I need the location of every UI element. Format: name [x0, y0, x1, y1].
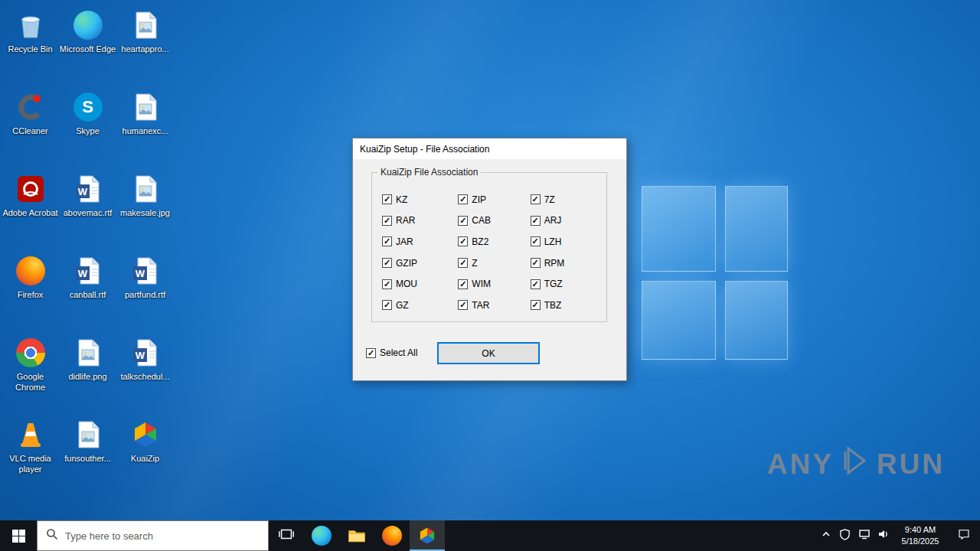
checkbox-mou[interactable]: ✓MOU: [382, 273, 458, 295]
checkbox-box-icon: ✓: [531, 216, 541, 226]
desktop-icon-talkschedul[interactable]: Wtalkschedul...: [116, 331, 174, 413]
dialog-title: KuaiZip Setup - File Association: [360, 144, 489, 155]
desktop-icon-firefox[interactable]: Firefox: [2, 249, 59, 331]
network-button[interactable]: [854, 520, 874, 551]
checkbox-lzh[interactable]: ✓LZH: [531, 231, 606, 253]
checkbox-box-icon: ✓: [458, 236, 468, 246]
checkbox-label: LZH: [544, 236, 562, 247]
checkbox-kz[interactable]: ✓KZ: [382, 189, 458, 210]
volume-button[interactable]: [874, 520, 893, 551]
speaker-icon: [877, 528, 890, 543]
search-icon: [46, 528, 58, 543]
checkbox-rar[interactable]: ✓RAR: [382, 210, 458, 232]
checkbox-bz2[interactable]: ✓BZ2: [458, 231, 530, 253]
taskbar-search[interactable]: Type here to search: [37, 520, 269, 551]
skype-icon: S: [72, 91, 104, 123]
action-center-button[interactable]: [948, 520, 980, 551]
file-association-groupbox: KuaiZip File Association ✓KZ✓RAR✓JAR✓GZI…: [371, 172, 607, 322]
checkbox-label: RPM: [544, 258, 565, 269]
checkbox-gzip[interactable]: ✓GZIP: [382, 253, 458, 274]
task-view-button[interactable]: [269, 520, 304, 551]
desktop-icon-recycle-bin[interactable]: Recycle Bin: [2, 4, 59, 86]
taskbar-kuaizip-button[interactable]: [410, 520, 445, 551]
desktop-icon-google-chrome[interactable]: Google Chrome: [2, 331, 59, 413]
desktop-icon-label: Adobe Acrobat: [2, 208, 57, 219]
checkbox-label: ARJ: [544, 215, 562, 226]
checkbox-wim[interactable]: ✓WIM: [458, 273, 530, 295]
desktop-icon-ccleaner[interactable]: CCleaner: [2, 86, 59, 168]
chrome-icon: [15, 337, 47, 369]
desktop-icon-makesale-jpg[interactable]: makesale.jpg: [116, 168, 174, 249]
hidden-icons-button[interactable]: [816, 520, 835, 551]
desktop-icon-label: didlife.png: [68, 372, 106, 383]
image-doc-icon: [129, 91, 162, 123]
desktop-icon-label: VLC media player: [2, 454, 59, 475]
desktop-icon-canball-rtf[interactable]: Wcanball.rtf: [59, 249, 116, 331]
select-all-checkbox[interactable]: ✓ Select All: [366, 347, 417, 358]
desktop-icon-abovemac-rtf[interactable]: Wabovemac.rtf: [59, 168, 116, 249]
checkbox-box-icon: ✓: [382, 279, 392, 289]
checkbox-z[interactable]: ✓Z: [458, 253, 530, 274]
desktop-icon-funsouther[interactable]: funsouther...: [59, 413, 116, 495]
checkbox-label: CAB: [472, 215, 491, 226]
checkbox-jar[interactable]: ✓JAR: [382, 231, 458, 253]
taskbar-firefox-button[interactable]: [374, 520, 410, 551]
desktop-icon-vlc-media-player[interactable]: VLC media player: [2, 413, 59, 495]
task-view-icon: [278, 526, 295, 546]
taskbar-clock[interactable]: 9:40 AM 5/18/2025: [893, 524, 948, 548]
word-icon: W: [72, 255, 104, 287]
chevron-up-icon: [821, 529, 831, 543]
ok-button[interactable]: OK: [437, 342, 540, 364]
desktop-icon-label: CCleaner: [12, 126, 47, 137]
network-icon: [858, 528, 871, 543]
edge-icon: [72, 9, 104, 41]
checkbox-gz[interactable]: ✓GZ: [382, 295, 458, 316]
desktop-icon-humanexc[interactable]: humanexc...: [116, 86, 174, 168]
checkbox-box-icon: ✓: [458, 300, 468, 310]
firefox-icon: [382, 526, 402, 546]
desktop-icon-didlife-png[interactable]: didlife.png: [59, 331, 116, 413]
checkbox-7z[interactable]: ✓7Z: [531, 189, 606, 210]
watermark-text-any: ANY: [767, 448, 834, 481]
windows-logo-icon: [12, 530, 25, 543]
checkbox-box-icon: ✓: [382, 216, 392, 226]
checkbox-box-icon: ✓: [458, 216, 468, 226]
desktop-icon-microsoft-edge[interactable]: Microsoft Edge: [59, 4, 116, 86]
svg-text:W: W: [135, 268, 145, 279]
dialog-titlebar[interactable]: KuaiZip Setup - File Association: [353, 139, 626, 159]
checkbox-box-icon: ✓: [366, 348, 376, 358]
kuaizip-setup-dialog: KuaiZip Setup - File Association KuaiZip…: [352, 138, 627, 381]
checkbox-tbz[interactable]: ✓TBZ: [531, 295, 606, 316]
taskbar-edge-button[interactable]: [304, 520, 339, 551]
desktop-icon-label: makesale.jpg: [120, 208, 170, 219]
checkbox-tar[interactable]: ✓TAR: [458, 295, 530, 316]
svg-text:W: W: [77, 268, 87, 279]
checkbox-tgz[interactable]: ✓TGZ: [531, 273, 606, 295]
desktop-icon-skype[interactable]: SSkype: [59, 86, 116, 168]
taskbar: Type here to search: [0, 520, 980, 551]
desktop-icon-label: Google Chrome: [2, 372, 59, 393]
checkbox-arj[interactable]: ✓ARJ: [531, 210, 606, 232]
desktop-icon-heartappro[interactable]: heartappro...: [116, 4, 174, 86]
tray-shield-button[interactable]: [835, 520, 854, 551]
desktop-icon-label: Recycle Bin: [8, 44, 52, 55]
desktop-icon-kuaizip[interactable]: KuaiZip: [116, 413, 174, 495]
desktop-icon-label: abovemac.rtf: [64, 208, 113, 219]
checkbox-rpm[interactable]: ✓RPM: [531, 253, 606, 274]
desktop-icon-adobe-acrobat[interactable]: Adobe Acrobat: [2, 168, 59, 249]
image-doc-icon: [72, 337, 104, 369]
checkbox-box-icon: ✓: [531, 300, 541, 310]
desktop-icon-label: canball.rtf: [70, 290, 106, 301]
checkbox-box-icon: ✓: [458, 279, 468, 289]
checkbox-box-icon: ✓: [531, 194, 541, 204]
checkbox-zip[interactable]: ✓ZIP: [458, 189, 530, 210]
start-button[interactable]: [0, 520, 37, 551]
checkbox-cab[interactable]: ✓CAB: [458, 210, 530, 232]
file-explorer-icon: [347, 526, 367, 546]
desktop-icon-partfund-rtf[interactable]: Wpartfund.rtf: [116, 249, 174, 331]
taskbar-file-explorer-button[interactable]: [339, 520, 374, 551]
desktop-icon-label: humanexc...: [122, 126, 168, 137]
checkbox-label: GZ: [396, 300, 409, 311]
system-tray: 9:40 AM 5/18/2025: [816, 520, 980, 551]
checkbox-box-icon: ✓: [531, 279, 541, 289]
